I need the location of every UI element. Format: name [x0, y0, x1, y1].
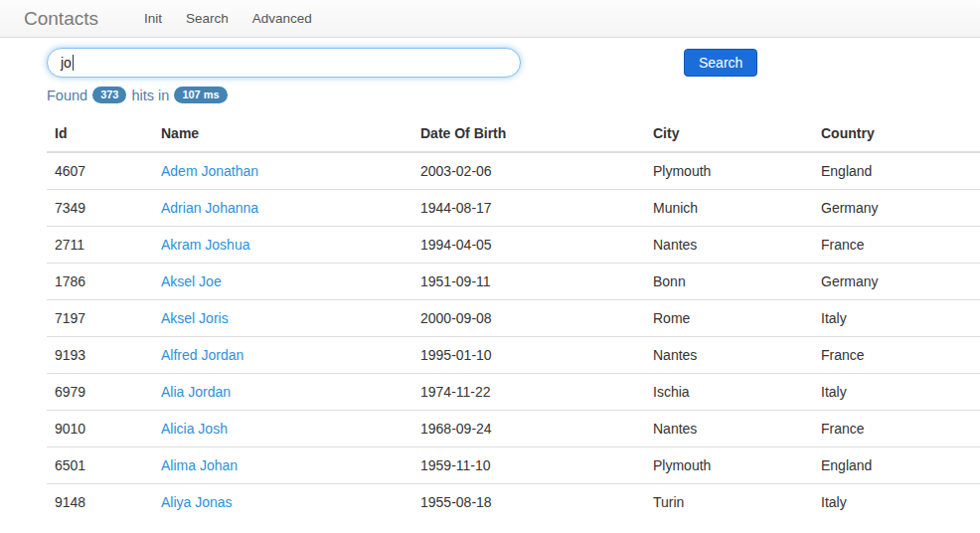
table-row: 7349Adrian Johanna1944-08-17MunichGerman…: [47, 190, 980, 227]
contacts-table-body: 4607Adem Jonathan2003-02-06PlymouthEngla…: [47, 152, 980, 520]
cell-date_of_birth: 2000-09-08: [412, 300, 645, 337]
table-row: 9193Alfred Jordan1995-01-10NantesFrance: [47, 337, 980, 374]
table-row: 6501Alima Johan1959-11-10PlymouthEngland: [47, 447, 980, 484]
search-button[interactable]: Search: [684, 49, 757, 77]
cell-name: Alima Johan: [153, 447, 412, 484]
cell-city: Bonn: [645, 264, 813, 300]
cell-name: Adem Jonathan: [153, 152, 412, 190]
cell-id: 4607: [47, 152, 153, 190]
cell-country: France: [813, 227, 980, 264]
cell-country: Italy: [813, 484, 980, 521]
contact-name-link[interactable]: Adrian Johanna: [161, 200, 258, 216]
cell-city: Turin: [645, 484, 813, 521]
contact-name-link[interactable]: Alia Jordan: [161, 384, 231, 400]
hits-count-badge: 373: [92, 87, 126, 103]
cell-country: Italy: [813, 300, 980, 337]
text-caret: [73, 55, 74, 71]
column-header-dob: Date Of Birth: [412, 115, 645, 152]
cell-id: 2711: [47, 227, 153, 264]
cell-date_of_birth: 1968-09-24: [412, 411, 645, 447]
contact-name-link[interactable]: Akram Joshua: [161, 237, 249, 253]
search-input-value: jo: [61, 55, 72, 71]
cell-name: Aksel Joe: [153, 264, 412, 300]
cell-name: Aliya Jonas: [153, 484, 412, 521]
cell-name: Aksel Joris: [153, 300, 412, 337]
cell-city: Plymouth: [645, 447, 813, 484]
cell-date_of_birth: 1995-01-10: [412, 337, 645, 374]
cell-country: Germany: [813, 190, 980, 227]
cell-date_of_birth: 1951-09-11: [412, 264, 645, 300]
cell-country: England: [813, 152, 980, 190]
cell-id: 7197: [47, 300, 153, 337]
cell-country: Italy: [813, 374, 980, 411]
nav-item-init[interactable]: Init: [132, 11, 174, 26]
contact-name-link[interactable]: Alima Johan: [161, 457, 238, 473]
cell-city: Nantes: [645, 337, 813, 374]
cell-city: Plymouth: [645, 152, 813, 190]
table-row: 7197Aksel Joris2000-09-08RomeItaly: [47, 300, 980, 337]
column-header-country: Country: [813, 115, 980, 152]
found-label: Found: [47, 88, 87, 103]
cell-date_of_birth: 1944-08-17: [412, 190, 645, 227]
table-row: 9148Aliya Jonas1955-08-18TurinItaly: [47, 484, 980, 521]
cell-country: England: [813, 447, 980, 484]
cell-id: 1786: [47, 264, 153, 300]
cell-city: Rome: [645, 300, 813, 337]
table-row: 4607Adem Jonathan2003-02-06PlymouthEngla…: [47, 152, 980, 190]
column-header-id: Id: [47, 115, 153, 152]
cell-id: 9193: [47, 337, 153, 374]
cell-id: 9148: [47, 484, 153, 521]
cell-name: Adrian Johanna: [153, 190, 412, 227]
table-row: 2711Akram Joshua1994-04-05NantesFrance: [47, 227, 980, 264]
column-header-city: City: [645, 115, 813, 152]
nav-item-search[interactable]: Search: [174, 11, 241, 26]
time-badge: 107 ms: [174, 87, 227, 103]
results-summary: Found 373 hits in 107 ms: [47, 87, 980, 103]
contact-name-link[interactable]: Aliya Jonas: [161, 494, 233, 510]
table-header-row: Id Name Date Of Birth City Country: [47, 115, 980, 152]
contact-name-link[interactable]: Alfred Jordan: [161, 347, 244, 363]
contact-name-link[interactable]: Aksel Joe: [161, 273, 222, 289]
navbar-brand[interactable]: Contacts: [24, 8, 98, 30]
cell-name: Alicia Josh: [153, 411, 412, 447]
cell-city: Ischia: [645, 374, 813, 411]
hits-in-label: hits in: [131, 88, 169, 103]
contact-name-link[interactable]: Aksel Joris: [161, 310, 229, 326]
table-row: 6979Alia Jordan1974-11-22IschiaItaly: [47, 374, 980, 411]
cell-id: 7349: [47, 190, 153, 227]
cell-country: France: [813, 411, 980, 447]
cell-id: 6979: [47, 374, 153, 411]
contact-name-link[interactable]: Adem Jonathan: [161, 163, 258, 179]
cell-city: Nantes: [645, 411, 813, 447]
cell-name: Alfred Jordan: [153, 337, 412, 374]
cell-city: Munich: [645, 190, 813, 227]
cell-city: Nantes: [645, 227, 813, 264]
contacts-table: Id Name Date Of Birth City Country 4607A…: [47, 115, 980, 520]
cell-name: Akram Joshua: [153, 227, 412, 264]
nav-item-advanced[interactable]: Advanced: [241, 11, 324, 26]
contact-name-link[interactable]: Alicia Josh: [161, 421, 228, 437]
cell-date_of_birth: 1994-04-05: [412, 227, 645, 264]
table-row: 1786Aksel Joe1951-09-11BonnGermany: [47, 264, 980, 300]
cell-id: 9010: [47, 411, 153, 447]
cell-date_of_birth: 1959-11-10: [412, 447, 645, 484]
search-input[interactable]: jo: [47, 48, 521, 78]
cell-country: France: [813, 337, 980, 374]
table-row: 9010Alicia Josh1968-09-24NantesFrance: [47, 411, 980, 447]
cell-date_of_birth: 1974-11-22: [412, 374, 645, 411]
navbar: Contacts Init Search Advanced: [0, 0, 980, 38]
cell-date_of_birth: 1955-08-18: [412, 484, 645, 521]
cell-country: Germany: [813, 264, 980, 300]
cell-name: Alia Jordan: [153, 374, 412, 411]
column-header-name: Name: [153, 115, 412, 152]
cell-id: 6501: [47, 447, 153, 484]
cell-date_of_birth: 2003-02-06: [412, 152, 645, 190]
search-row: jo Search: [47, 48, 980, 78]
main-content: jo Search Found 373 hits in 107 ms Id Na…: [47, 48, 980, 520]
